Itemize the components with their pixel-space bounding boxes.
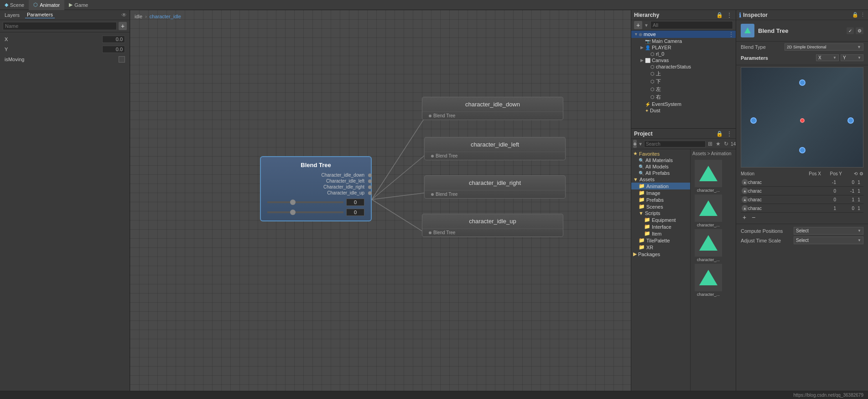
- breadcrumb-idle[interactable]: idle: [135, 14, 142, 19]
- inspector-lock-btn[interactable]: 🔒: [852, 12, 858, 18]
- project-refresh-btn[interactable]: ↻: [723, 141, 729, 147]
- hierarchy-item-player[interactable]: ▶ 👤 PLAYER: [631, 44, 736, 51]
- hierarchy-item-canvas[interactable]: ▶ ⬜ Canvas: [631, 57, 736, 63]
- move-menu-btn[interactable]: ⋮: [728, 31, 734, 37]
- param-x-dropdown[interactable]: X ▼: [816, 54, 839, 61]
- tab-parameters[interactable]: Parameters: [25, 11, 55, 18]
- tree-xr[interactable]: 📁 XR: [631, 244, 690, 251]
- hierarchy-item-main-camera[interactable]: 📷 Main Camera: [631, 38, 736, 44]
- hierarchy-item-rl0[interactable]: ⬡ rl_0: [631, 51, 736, 57]
- hierarchy-search-input[interactable]: [650, 21, 733, 29]
- blend-tree-edit-btn[interactable]: ✓: [847, 27, 854, 34]
- hierarchy-menu-btn[interactable]: ⋮: [726, 12, 733, 18]
- blend-value-2[interactable]: [346, 209, 364, 216]
- blend-tree-settings-btn[interactable]: ⚙: [856, 27, 863, 34]
- blend-slider-1[interactable]: [267, 201, 343, 203]
- param-value-y[interactable]: [102, 46, 125, 53]
- blend-point-right[interactable]: [847, 117, 854, 124]
- compute-positions-dropdown[interactable]: Select ▼: [794, 227, 863, 235]
- blend-value-1[interactable]: [346, 199, 364, 206]
- param-list: X Y isMoving: [0, 32, 130, 391]
- hierarchy-item-char-status[interactable]: ⬡ characterStatus: [631, 63, 736, 70]
- blend-tree-node[interactable]: Blend Tree Character_idle_down Character…: [260, 156, 372, 221]
- project-star-btn[interactable]: ★: [715, 141, 722, 147]
- char-node-down[interactable]: character_idle_down Blend Tree: [422, 97, 563, 120]
- blend-point-left[interactable]: [750, 117, 757, 124]
- add-param-btn[interactable]: +: [119, 22, 127, 30]
- param-checkbox-ismoving[interactable]: [119, 56, 125, 63]
- param-search-input[interactable]: [3, 22, 117, 30]
- tree-interface[interactable]: 📁 Interface: [631, 223, 690, 230]
- motion-sub-btn[interactable]: −: [750, 214, 757, 221]
- eye-btn[interactable]: 👁: [121, 12, 127, 18]
- motion-info-1[interactable]: ▲: [742, 188, 748, 194]
- tree-all-prefabs[interactable]: 🔍 All Prefabs: [631, 170, 690, 176]
- hierarchy-item-dust[interactable]: ✦ Dust: [631, 107, 736, 114]
- param-y-dropdown[interactable]: Y ▼: [841, 54, 863, 61]
- tree-tilepalette[interactable]: 📁 TilePalette: [631, 237, 690, 244]
- motion-add-btn[interactable]: +: [741, 214, 748, 221]
- blend-point-center[interactable]: [800, 118, 805, 123]
- hierarchy-item-right-cn[interactable]: ⬡ 右: [631, 93, 736, 101]
- blend-slider-2[interactable]: [267, 211, 343, 213]
- tree-favorites[interactable]: ★ Favorites: [631, 150, 690, 157]
- motion-info-2[interactable]: ▲: [742, 196, 748, 203]
- project-view-btn[interactable]: ⊞: [707, 141, 713, 147]
- asset-item-1[interactable]: character_...: [692, 160, 724, 193]
- tree-packages[interactable]: ▶ Packages: [631, 251, 690, 257]
- asset-item-2[interactable]: character_...: [692, 194, 724, 227]
- motion-info-0[interactable]: ▲: [742, 179, 748, 185]
- tree-all-models[interactable]: 🔍 All Models: [631, 163, 690, 170]
- unity-icon-move: ⊕: [639, 32, 642, 37]
- tree-all-materials[interactable]: 🔍 All Materials: [631, 157, 690, 163]
- param-value-x[interactable]: [102, 36, 125, 43]
- tree-scenes[interactable]: 📁 Scenes: [631, 203, 690, 210]
- hierarchy-list: ▼ ⊕ move ⋮ 📷 Main Camera ▶ 👤 PLAYER: [631, 31, 736, 128]
- hierarchy-item-move[interactable]: ▼ ⊕ move ⋮: [631, 31, 736, 38]
- player-label: PLAYER: [652, 45, 671, 50]
- tree-assets[interactable]: ▼ Assets: [631, 176, 690, 183]
- hierarchy-item-left-cn[interactable]: ⬡ 左: [631, 85, 736, 93]
- inspector-menu-btn[interactable]: ⋮: [860, 12, 865, 18]
- motion-name-0: charac: [748, 180, 818, 185]
- char-node-right[interactable]: character_idle_right Blend Tree: [424, 175, 566, 199]
- hierarchy-item-down-cn[interactable]: ⬡ 下: [631, 78, 736, 85]
- adjust-time-scale-dropdown[interactable]: Select ▼: [794, 236, 863, 244]
- animation-label: Animation: [646, 184, 669, 189]
- blend-type-dropdown[interactable]: 2D Simple Directional ▼: [785, 43, 863, 51]
- param-y-arrow: ▼: [858, 56, 861, 60]
- folder-icon-packages: ▶: [633, 251, 637, 257]
- char-node-left[interactable]: character_idle_left Blend Tree: [424, 137, 566, 160]
- asset-item-3[interactable]: character_...: [692, 229, 724, 262]
- tab-scene[interactable]: ◆ Scene: [0, 0, 29, 10]
- blend-space[interactable]: [741, 67, 863, 168]
- char-node-up[interactable]: character_idle_up Blend Tree: [422, 214, 563, 237]
- project-add-btn[interactable]: +: [633, 140, 637, 148]
- project-lock-btn[interactable]: 🔒: [715, 131, 724, 137]
- hierarchy-item-up-cn[interactable]: ⬡ 上: [631, 70, 736, 78]
- asset-item-4[interactable]: character_...: [692, 264, 724, 297]
- tree-item[interactable]: 📁 Item: [631, 230, 690, 237]
- tree-equipment[interactable]: 📁 Equipment: [631, 216, 690, 223]
- hierarchy-add-btn[interactable]: +: [634, 21, 642, 29]
- tree-scripts[interactable]: ▼ Scripts: [631, 210, 690, 216]
- blend-point-up[interactable]: [799, 79, 806, 86]
- tab-layers[interactable]: Layers: [3, 12, 21, 18]
- tab-game[interactable]: ▶ Game: [64, 0, 93, 10]
- node-dot-down: [429, 115, 431, 117]
- breadcrumb-character-idle[interactable]: character_idle: [150, 14, 181, 19]
- tree-image[interactable]: 📁 Image: [631, 189, 690, 196]
- tree-animation[interactable]: 📁 Animation: [631, 183, 690, 189]
- compute-positions-row: Compute Positions Select ▼: [741, 226, 863, 236]
- tree-prefabs[interactable]: 📁 Prefabs: [631, 196, 690, 203]
- char-node-left-title: character_idle_left: [425, 137, 565, 152]
- blend-point-down[interactable]: [799, 147, 806, 153]
- motion-info-3[interactable]: ▲: [742, 205, 748, 211]
- project-menu-btn[interactable]: ⋮: [726, 131, 733, 137]
- tab-animator[interactable]: ⬡ Animator: [29, 0, 64, 10]
- hierarchy-lock-btn[interactable]: 🔒: [715, 12, 724, 18]
- animator-graph[interactable]: idle › character_idle Blend Tree Charact…: [130, 10, 631, 391]
- hierarchy-item-event-system[interactable]: ⚡ EventSystem: [631, 101, 736, 107]
- inspector-panel: ℹ Inspector 🔒 ⋮ Blend Tree ✓ ⚙ Blend Typ…: [736, 10, 868, 391]
- project-search-input[interactable]: [644, 141, 706, 147]
